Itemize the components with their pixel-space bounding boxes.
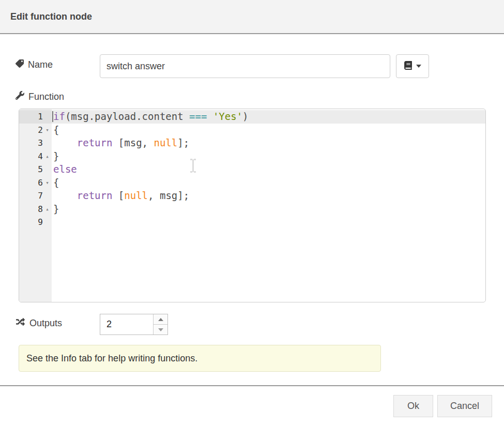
line-number: 7	[38, 191, 43, 201]
code-token-constant: null	[124, 190, 148, 201]
code-token-operator: ===	[189, 111, 207, 122]
book-icon	[404, 61, 413, 71]
code-token-keyword: return	[77, 190, 113, 201]
code-token-plain	[207, 111, 212, 122]
code-token-plain: }	[53, 150, 59, 162]
code-line-9[interactable]	[52, 216, 485, 229]
wrench-icon	[16, 91, 24, 102]
line-number: 3	[38, 138, 43, 148]
code-line-2[interactable]: {	[52, 124, 485, 137]
code-line-3[interactable]: return [msg, null];	[52, 136, 485, 150]
code-token-plain	[53, 190, 77, 201]
code-token-keyword: else	[53, 163, 77, 175]
code-token-plain: [msg,	[112, 137, 154, 148]
fold-close-icon[interactable]: ▴	[43, 150, 52, 163]
code-line-7[interactable]: return [null, msg];	[52, 189, 485, 203]
function-label: Function	[16, 91, 64, 102]
spinner-down-button[interactable]	[154, 325, 167, 334]
outputs-label-text: Outputs	[29, 318, 62, 329]
dialog-header: Edit function node	[0, 0, 504, 34]
gutter-line-6: 6▾	[19, 176, 52, 190]
chevron-down-icon	[416, 65, 421, 68]
arrow-up-icon	[158, 318, 163, 321]
line-number: 4	[38, 151, 43, 161]
line-number: 6	[38, 178, 43, 188]
outputs-input[interactable]	[100, 314, 153, 334]
gutter-line-3: 3	[19, 136, 52, 150]
line-number: 2	[38, 125, 43, 135]
code-line-6[interactable]: {	[52, 176, 485, 190]
info-tip-text: See the Info tab for help writing functi…	[26, 353, 197, 364]
code-token-plain: }	[53, 203, 59, 215]
gutter-line-7: 7	[19, 189, 52, 203]
code-token-plain: , msg];	[148, 190, 189, 201]
code-token-keyword: return	[77, 137, 113, 148]
code-token-string: 'Yes'	[213, 111, 242, 122]
code-token-constant: null	[154, 137, 177, 148]
text-caret	[52, 111, 53, 122]
gutter-line-8: 8▴	[19, 203, 52, 216]
edit-function-node-dialog: Edit function node Name Function 12▾34▴5…	[0, 0, 504, 426]
code-line-8[interactable]: }	[52, 203, 485, 216]
footer-divider	[0, 385, 504, 386]
outputs-spinner	[100, 314, 168, 335]
code-token-keyword: if	[53, 111, 65, 122]
editor-gutter: 12▾34▴56▾78▴9	[19, 109, 52, 302]
gutter-line-2: 2▾	[19, 124, 52, 137]
code-token-plain: ];	[177, 137, 189, 148]
line-number: 9	[38, 217, 43, 227]
fold-open-icon[interactable]: ▾	[43, 124, 52, 137]
gutter-line-4: 4▴	[19, 150, 52, 163]
arrow-down-icon	[158, 328, 163, 331]
code-token-plain: [	[112, 190, 124, 201]
fold-close-icon[interactable]: ▴	[43, 203, 52, 216]
code-line-4[interactable]: }	[52, 150, 485, 163]
code-line-5[interactable]: else	[52, 163, 485, 176]
outputs-label: Outputs	[16, 317, 62, 329]
gutter-line-1: 1	[19, 110, 52, 124]
name-input[interactable]	[100, 54, 390, 78]
line-number: 5	[38, 164, 43, 174]
code-token-plain: )	[242, 111, 248, 122]
spinner-up-button[interactable]	[154, 314, 167, 325]
name-label: Name	[16, 59, 53, 70]
tag-icon	[16, 59, 24, 70]
spinner-buttons	[153, 314, 167, 334]
line-number: 1	[38, 112, 43, 121]
gutter-line-9: 9	[19, 216, 52, 229]
editor-code[interactable]: if(msg.payload.content === 'Yes'){ retur…	[52, 109, 485, 302]
code-token-plain: {	[53, 177, 59, 188]
code-token-plain	[53, 137, 77, 148]
dialog-title: Edit function node	[10, 11, 92, 22]
shuffle-icon	[16, 317, 25, 329]
gutter-line-5: 5	[19, 163, 52, 176]
code-token-plain: (msg.payload.content	[65, 111, 189, 122]
fold-open-icon[interactable]: ▾	[43, 176, 52, 190]
line-number: 8	[38, 204, 43, 214]
code-token-plain: {	[53, 124, 59, 135]
info-tip: See the Info tab for help writing functi…	[19, 345, 381, 372]
ok-button[interactable]: Ok	[393, 395, 433, 417]
code-line-1[interactable]: if(msg.payload.content === 'Yes')	[52, 110, 485, 124]
library-button[interactable]	[396, 54, 429, 78]
function-code-editor[interactable]: 12▾34▴56▾78▴9 if(msg.payload.content ===…	[19, 109, 486, 302]
name-label-text: Name	[28, 59, 53, 70]
function-label-text: Function	[28, 92, 64, 102]
cancel-button[interactable]: Cancel	[437, 395, 492, 417]
